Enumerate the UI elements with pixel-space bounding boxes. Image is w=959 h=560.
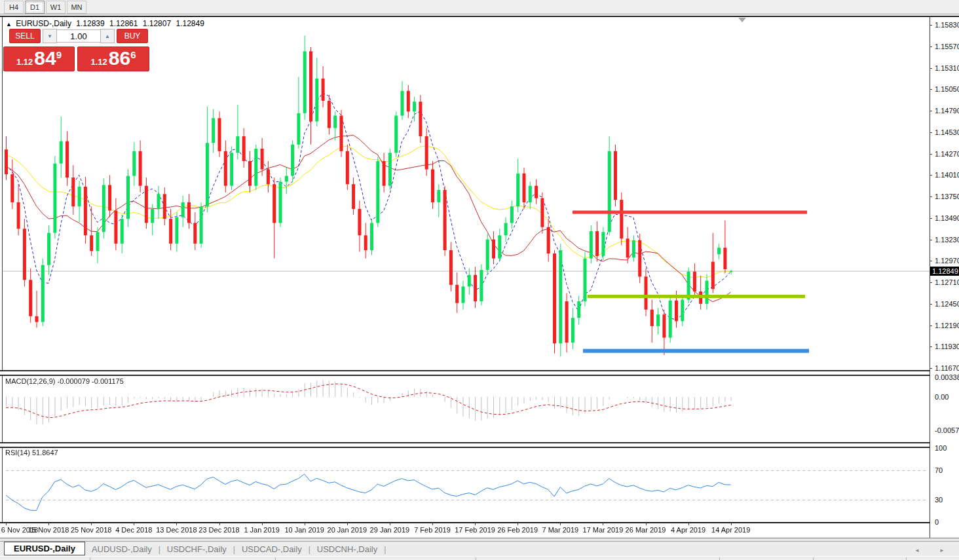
status-bar-separator <box>275 557 276 560</box>
date-axis-tick <box>390 523 390 525</box>
tab-separator: | <box>384 545 386 556</box>
date-axis-label: 20 Jan 2019 <box>328 526 367 534</box>
date-axis-tick <box>134 523 134 525</box>
date-axis-tick <box>603 523 603 525</box>
tab-usdchf[interactable]: USDCHF-,Daily <box>160 542 233 556</box>
date-axis-label: 17 Mar 2019 <box>583 526 624 534</box>
price-axis-label: 1.11930 <box>935 343 959 350</box>
timeframe-toolbar: H4 D1 W1 MN <box>0 0 959 14</box>
macd-axis-label: 0.00 <box>935 393 949 401</box>
status-bar-separator <box>906 557 907 560</box>
date-axis-tick <box>731 523 732 525</box>
price-axis-tick <box>930 132 932 133</box>
tab-scroll-arrows-icon[interactable]: ◄ ► <box>914 548 954 553</box>
price-axis-tick <box>930 346 932 347</box>
timeframe-button-w1[interactable]: W1 <box>46 1 66 14</box>
price-axis-label: 1.13750 <box>935 193 959 200</box>
price-axis-tick <box>930 282 932 283</box>
price-axis-tick <box>930 175 932 176</box>
date-axis-label: 26 Feb 2019 <box>497 526 538 534</box>
price-axis-tick <box>930 368 932 369</box>
price-axis-label: 1.15570 <box>935 43 959 50</box>
price-axis-label: 1.12970 <box>935 257 959 265</box>
date-axis-tick <box>91 523 92 525</box>
rsi-axis-label: 100 <box>935 444 947 452</box>
tab-usdcnh[interactable]: USDCNH-,Daily <box>310 542 384 556</box>
date-axis-tick <box>475 523 476 525</box>
date-axis-label: 1 Jan 2019 <box>244 526 279 534</box>
date-axis-tick <box>688 523 689 525</box>
price-axis-label: 1.12710 <box>935 278 959 286</box>
status-bar-separator <box>90 557 90 560</box>
price-axis-label: 1.14270 <box>935 150 959 158</box>
price-axis-label: 1.12450 <box>935 300 959 308</box>
status-bar-separator <box>719 557 720 560</box>
price-axis-line <box>930 16 930 538</box>
price-axis-tick <box>930 68 932 69</box>
macd-axis-label: -0.00576 <box>935 426 959 434</box>
price-axis-tick <box>930 111 932 111</box>
panel-splitter-rsi[interactable] <box>0 442 930 448</box>
price-axis-tick <box>930 240 932 240</box>
status-bar <box>0 556 959 560</box>
rsi-indicator-label: RSI(14) 51.8647 <box>5 449 58 457</box>
date-axis-tick <box>262 523 263 525</box>
date-axis-label: 10 Jan 2019 <box>284 526 324 534</box>
panel-splitter-macd[interactable] <box>0 370 930 376</box>
date-axis-tick <box>517 523 518 525</box>
rsi-panel-canvas[interactable] <box>0 447 930 522</box>
date-axis-label: 26 Mar 2019 <box>626 526 666 534</box>
price-axis-tick <box>930 326 932 326</box>
date-axis-tick <box>176 523 177 525</box>
price-axis-tick <box>930 196 932 197</box>
date-axis-label: 15 Nov 2018 <box>28 526 69 534</box>
date-axis-label: 23 Dec 2018 <box>198 526 239 534</box>
tab-audusd[interactable]: AUDUSD-,Daily <box>85 542 159 556</box>
macd-panel-canvas[interactable] <box>0 375 930 443</box>
date-axis-label: 14 Apr 2019 <box>711 526 750 534</box>
rsi-axis-label: 30 <box>935 496 943 504</box>
price-axis-tick <box>930 218 932 219</box>
date-axis-label: 25 Nov 2018 <box>71 526 111 534</box>
price-axis-tick <box>930 154 932 155</box>
timeframe-button-d1[interactable]: D1 <box>25 1 45 14</box>
price-axis-tick <box>930 261 932 261</box>
price-axis-label: 1.15050 <box>935 85 959 93</box>
tab-usdcad[interactable]: USDCAD-,Daily <box>235 542 309 556</box>
current-price-badge: 1.12849 <box>930 267 959 276</box>
date-axis-label: 7 Feb 2019 <box>414 526 451 534</box>
price-axis-tick <box>930 304 932 305</box>
date-axis-tick <box>219 523 220 525</box>
date-axis-label: 4 Apr 2019 <box>671 526 705 534</box>
rsi-bottom-border <box>0 522 930 523</box>
tab-eurusd[interactable]: EURUSD-,Daily <box>4 542 85 555</box>
date-axis-label: 7 Mar 2019 <box>542 526 578 534</box>
price-axis-label: 1.13490 <box>935 214 959 222</box>
macd-indicator-label: MACD(12,26,9) -0.000079 -0.001175 <box>5 377 124 385</box>
price-axis-label: 1.14530 <box>935 128 959 136</box>
date-axis-label: 13 Dec 2018 <box>156 526 197 534</box>
date-axis-label: 17 Feb 2019 <box>455 526 495 534</box>
price-axis-label: 1.15830 <box>935 21 959 29</box>
price-axis-label: 1.13230 <box>935 236 959 244</box>
price-axis-label: 1.11670 <box>935 364 959 372</box>
mt4-chart-window: H4 D1 W1 MN ▲ EURUSD-,Daily 1.12839 1.12… <box>0 0 959 560</box>
price-axis-tick <box>930 25 932 26</box>
chart-tab-bar: EURUSD-,Daily AUDUSD-,Daily | USDCHF-,Da… <box>0 541 959 556</box>
date-axis-label: 29 Jan 2019 <box>370 526 410 534</box>
price-axis-label: 1.14790 <box>935 107 959 115</box>
date-axis-tick <box>432 523 433 525</box>
date-axis-tick <box>48 523 49 525</box>
date-axis-label: 4 Dec 2018 <box>115 526 152 534</box>
status-bar-separator <box>813 557 814 560</box>
price-axis-label: 1.12190 <box>935 322 959 329</box>
date-axis-tick <box>347 523 348 525</box>
date-axis-tick <box>305 523 305 525</box>
timeframe-button-h4[interactable]: H4 <box>4 1 24 14</box>
timeframe-button-mn[interactable]: MN <box>67 1 86 14</box>
date-axis-tick <box>646 523 647 525</box>
date-axis-tick <box>560 523 561 525</box>
rsi-axis-label: 70 <box>935 466 943 474</box>
price-axis-tick <box>930 47 932 47</box>
main-chart-canvas[interactable] <box>0 17 930 371</box>
